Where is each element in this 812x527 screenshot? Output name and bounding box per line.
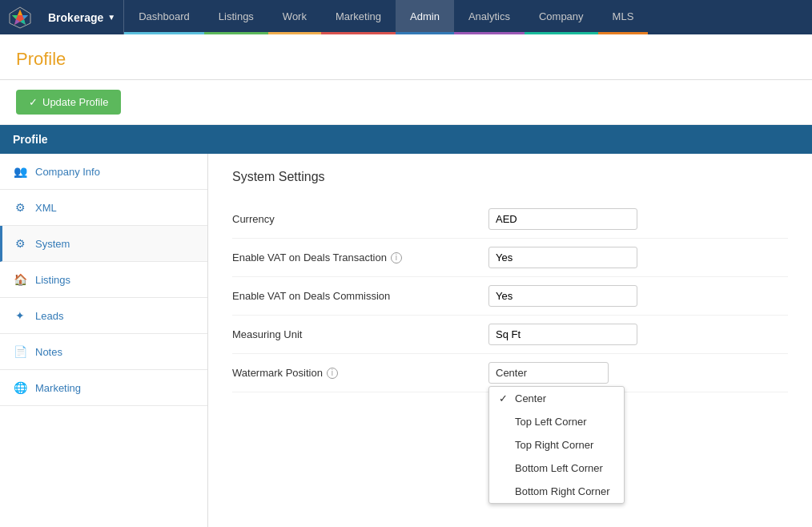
checkmark-icon: ✓ xyxy=(29,96,38,108)
brand-dropdown-arrow: ▼ xyxy=(107,13,115,22)
section-header: Profile xyxy=(0,125,812,154)
settings-row-vat-transaction: Enable VAT on Deals Transaction i xyxy=(232,239,788,277)
sidebar-item-xml[interactable]: ⚙ XML xyxy=(0,190,207,226)
nav-items-container: Dashboard Listings Work Marketing Admin … xyxy=(124,0,812,34)
currency-input[interactable] xyxy=(488,208,637,230)
vat-transaction-value xyxy=(488,247,788,268)
sidebar: 👥 Company Info ⚙ XML ⚙ System 🏠 Listings… xyxy=(0,154,208,527)
button-area: ✓ Update Profile xyxy=(0,80,812,125)
profile-section: Profile 👥 Company Info ⚙ XML ⚙ System 🏠 … xyxy=(0,125,812,527)
vat-commission-label: Enable VAT on Deals Commission xyxy=(232,290,488,302)
watermark-dropdown[interactable]: Center xyxy=(488,362,609,384)
nav-item-listings[interactable]: Listings xyxy=(204,0,268,34)
sidebar-item-company-info[interactable]: 👥 Company Info xyxy=(0,154,207,190)
nav-item-dashboard[interactable]: Dashboard xyxy=(124,0,204,34)
watermark-label: Watermark Position i xyxy=(232,367,488,379)
sidebar-spacer xyxy=(0,406,207,527)
vat-commission-input[interactable] xyxy=(488,285,637,307)
app-logo[interactable] xyxy=(0,0,40,34)
sidebar-item-marketing[interactable]: 🌐 Marketing xyxy=(0,370,207,406)
page-title: Profile xyxy=(16,49,796,70)
vat-transaction-input[interactable] xyxy=(488,247,637,268)
system-settings-title: System Settings xyxy=(232,170,788,184)
notes-icon: 📄 xyxy=(13,345,27,358)
watermark-dropdown-container: Center ✓ Center Top Left Corner xyxy=(488,362,609,384)
sidebar-item-listings[interactable]: 🏠 Listings xyxy=(0,262,207,298)
measuring-unit-input[interactable] xyxy=(488,324,637,345)
top-navigation: Brokerage ▼ Dashboard Listings Work Mark… xyxy=(0,0,812,34)
brand-name[interactable]: Brokerage ▼ xyxy=(40,0,124,34)
dropdown-option-top-left[interactable]: Top Left Corner xyxy=(489,410,624,433)
measuring-unit-label: Measuring Unit xyxy=(232,328,488,340)
update-profile-button[interactable]: ✓ Update Profile xyxy=(16,90,121,115)
dropdown-option-top-right[interactable]: Top Right Corner xyxy=(489,433,624,457)
currency-value xyxy=(488,208,788,230)
currency-label: Currency xyxy=(232,213,488,225)
sidebar-item-system[interactable]: ⚙ System xyxy=(0,226,207,262)
dropdown-option-bottom-left[interactable]: Bottom Left Corner xyxy=(489,457,624,480)
nav-item-marketing[interactable]: Marketing xyxy=(321,0,396,34)
right-panel: System Settings Currency Enable VAT on D… xyxy=(208,154,812,527)
watermark-info-icon[interactable]: i xyxy=(327,368,338,379)
settings-row-measuring-unit: Measuring Unit xyxy=(232,316,788,354)
dropdown-option-bottom-right[interactable]: Bottom Right Corner xyxy=(489,480,624,503)
page-header: Profile xyxy=(0,34,812,80)
svg-marker-2 xyxy=(18,10,22,15)
leads-icon: ✦ xyxy=(13,309,27,322)
settings-row-watermark: Watermark Position i Center ✓ Center xyxy=(232,354,788,392)
measuring-unit-value xyxy=(488,324,788,345)
users-icon: 👥 xyxy=(13,165,27,178)
home-icon: 🏠 xyxy=(13,273,27,286)
nav-item-company[interactable]: Company xyxy=(525,0,598,34)
sidebar-item-leads[interactable]: ✦ Leads xyxy=(0,298,207,334)
nav-item-analytics[interactable]: Analytics xyxy=(454,0,525,34)
nav-item-mls[interactable]: MLS xyxy=(598,0,649,34)
vat-commission-value xyxy=(488,285,788,307)
vat-transaction-label: Enable VAT on Deals Transaction i xyxy=(232,251,488,264)
globe-icon: 🌐 xyxy=(13,381,27,394)
gear-icon: ⚙ xyxy=(13,201,27,214)
settings-row-vat-commission: Enable VAT on Deals Commission xyxy=(232,277,788,316)
settings-row-currency: Currency xyxy=(232,200,788,239)
settings-table: Currency Enable VAT on Deals Transaction… xyxy=(232,200,788,392)
settings-icon: ⚙ xyxy=(13,237,27,250)
nav-item-admin[interactable]: Admin xyxy=(396,0,454,34)
logo-icon xyxy=(8,6,32,30)
watermark-value: Center ✓ Center Top Left Corner xyxy=(488,362,788,384)
watermark-dropdown-menu: ✓ Center Top Left Corner Top Right Cor xyxy=(488,386,625,504)
sidebar-item-notes[interactable]: 📄 Notes xyxy=(0,334,207,370)
check-icon: ✓ xyxy=(499,392,510,404)
main-content: 👥 Company Info ⚙ XML ⚙ System 🏠 Listings… xyxy=(0,154,812,527)
nav-item-work[interactable]: Work xyxy=(268,0,321,34)
vat-transaction-info-icon[interactable]: i xyxy=(391,252,402,264)
dropdown-option-center[interactable]: ✓ Center xyxy=(489,387,624,410)
